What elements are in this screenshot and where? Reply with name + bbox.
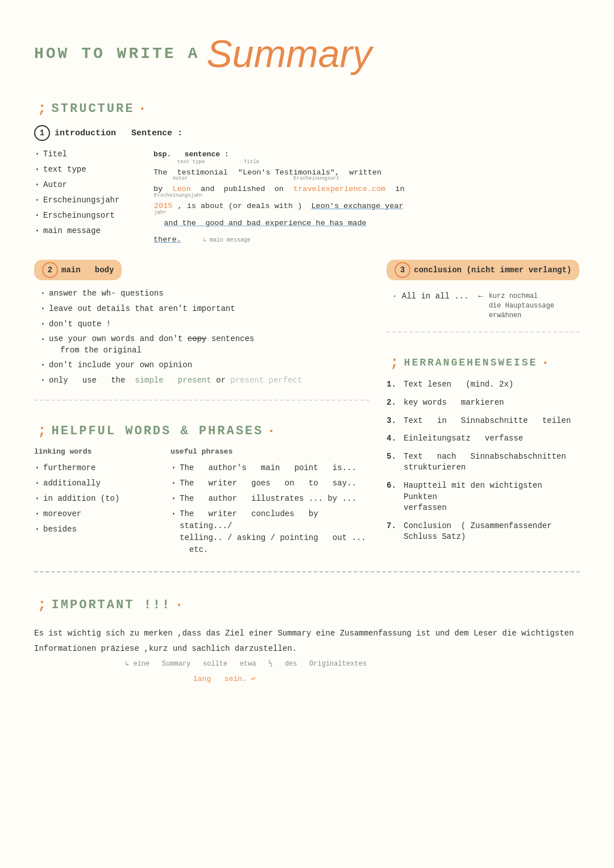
conclusion-note: kurz nochmaldie Hauptaussageerwähnen [489, 292, 554, 320]
word-or: or [216, 376, 230, 385]
deco-left: ; [38, 100, 48, 117]
divider-1 [34, 400, 370, 401]
herran-num-2: 2. [387, 397, 398, 409]
useful-list: The author's main point is... The writer… [171, 460, 370, 558]
main-body-badge: 2 main body [34, 260, 122, 280]
intro-bullets: Titel text type Autor Erscheinungsjahr E… [34, 147, 136, 239]
important-note2: lang sein. ↩ [193, 675, 255, 683]
strikethrough-copy: copy [188, 334, 207, 343]
useful-title: useful phrases [171, 447, 370, 456]
word-and-block: jahr [154, 215, 159, 232]
intro-bullets-col: Titel text type Autor Erscheinungsjahr E… [34, 147, 136, 239]
conclusion-title-row: 3 conclusion (nicht immer verlangt) [387, 260, 579, 280]
herran-item-7: 7. Conclusion ( ZusammenfassenderSchluss… [387, 521, 580, 543]
intro-sentence-row: Titel text type Autor Erscheinungsjahr E… [34, 147, 580, 248]
main-message-arrow: ↳ main message [203, 237, 251, 243]
helpful-deco-right: · [267, 422, 277, 439]
word-main-msg2: and the good and bad experience he has m… [164, 219, 366, 227]
conclusion-label: conclusion (nicht immer verlangt) [414, 265, 571, 275]
herran-text-2: key words markieren [404, 397, 504, 409]
link-besides: besides [34, 522, 148, 537]
conclusion-badge: 3 conclusion (nicht immer verlangt) [387, 260, 579, 280]
useful-2: The writer goes on to say.. [171, 476, 370, 491]
herran-text-7b: Schluss Satz) [404, 532, 466, 541]
link-furthermore: furthermore [34, 460, 148, 476]
word-only: only use the [49, 376, 135, 385]
helpful-deco-left: ; [38, 422, 48, 439]
main-body-num: 2 [42, 262, 58, 278]
useful-3: The author illustrates ... by ... [171, 491, 370, 506]
word-site: travelexperience.com [293, 185, 390, 193]
link-inaddition: in addition (to) [34, 491, 148, 506]
original-note: from the original [60, 346, 142, 355]
herran-num-1: 1. [387, 379, 398, 391]
useful-col: useful phrases The author's main point i… [171, 447, 370, 558]
title-main: Summary [206, 34, 372, 73]
body-item-1: answer the wh- questions [40, 286, 370, 301]
herran-item-4: 4. Einleitungsatz verfasse [387, 433, 580, 445]
important-text: Es ist wichtig sich zu merken ,dass das … [34, 626, 580, 686]
herran-deco-right: · [541, 354, 551, 371]
word-on: on [275, 185, 288, 193]
left-column: 2 main body answer the wh- questions lea… [34, 260, 370, 558]
herran-item-2: 2. key words markieren [387, 397, 580, 409]
word-main-msg3: there. [154, 235, 181, 244]
right-column: 3 conclusion (nicht immer verlangt) · Al… [387, 260, 580, 558]
herran-text-5: Text nach Sinnabschabschnittenstrukturie… [404, 451, 566, 474]
word-published: published [224, 185, 270, 193]
page-title-area: HOW TO WRITE A Summary [34, 23, 580, 73]
bullet-texttype: text type [34, 162, 136, 177]
link-moreover: moreover [34, 506, 148, 522]
herran-item-3: 3. Text in Sinnabschnitte teilen [387, 416, 580, 427]
herran-text-6: Hauptteil mit den wichtigsten Punktenver… [404, 480, 580, 514]
main-body-bullets: answer the wh- questions leave out detai… [34, 286, 370, 388]
all-in-all: · All in all ... ← [392, 292, 483, 301]
conclusion-content: · All in all ... ← kurz nochmaldie Haupt… [387, 292, 580, 320]
herran-header: ; HERRANGEHENSWEISE · [387, 354, 555, 371]
herran-item-5: 5. Text nach Sinnabschabschnittenstruktu… [387, 451, 580, 474]
label-title: Title [244, 157, 259, 168]
herran-item-6: 6. Hauptteil mit den wichtigsten Punkten… [387, 480, 580, 514]
linking-col: linking words furthermore additionally i… [34, 447, 148, 558]
important-divider [34, 571, 580, 572]
important-note: ↳ eine Summary sollte etwa ⅓ des Origina… [125, 660, 367, 668]
helpful-label: HELPFUL WORDS & PHRASES [52, 424, 264, 438]
herran-num-4: 4. [387, 433, 398, 445]
body-item-3: don't quote ! [40, 317, 370, 332]
herran-label: HERRANGEHENSWEISE [404, 357, 538, 368]
herran-num-5: 5. [387, 451, 398, 463]
word-comma: , is about (or deals with ) [178, 202, 307, 210]
conclusion-section: 3 conclusion (nicht immer verlangt) · Al… [387, 260, 580, 320]
imp-deco-right: · [175, 596, 185, 613]
useful-1: The author's main point is... [171, 460, 370, 476]
intro-badge: 1 [34, 125, 50, 141]
word-in: in [395, 185, 404, 193]
body-item-6: only use the simple present or present p… [40, 373, 370, 388]
link-additionally: additionally [34, 476, 148, 491]
title-prefix: HOW TO WRITE A [34, 45, 200, 63]
divider-right [387, 331, 580, 333]
bullet-titel: Titel [34, 147, 136, 162]
herran-item-1: 1. Text lesen (mind. 2x) [387, 379, 580, 391]
herran-deco-left: ; [390, 354, 401, 371]
important-header: ; IMPORTANT !!! · [34, 596, 189, 613]
structure-label: STRUCTURE [52, 102, 135, 116]
bullet-mainmsg: main message [34, 223, 136, 239]
structure-section-header: ; STRUCTURE · [34, 100, 152, 117]
body-item-4: use your own words and don't copy senten… [40, 332, 370, 358]
main-body-title: 2 main body [34, 260, 122, 280]
bullet-erschort: Erscheinungsort [34, 208, 136, 223]
word-the: The [154, 168, 172, 177]
word-and: and [201, 185, 219, 193]
important-label: IMPORTANT !!! [52, 598, 172, 612]
label-texttype: text type [177, 157, 205, 168]
herran-num-6: 6. [387, 480, 398, 492]
conclusion-num: 3 [395, 262, 410, 278]
example-sentence: The text type testimonial Title "Leon's … [154, 164, 580, 248]
body-item-2: leave out details that aren't important [40, 301, 370, 317]
body-item-5: don't include your own opinion [40, 358, 370, 373]
example-sentence-box: bsp. sentence : The text type testimonia… [148, 147, 580, 248]
deco-right: · [138, 100, 148, 117]
herran-num-3: 3. [387, 416, 398, 427]
herran-text-3: Text in Sinnabschnitte teilen [404, 416, 571, 427]
